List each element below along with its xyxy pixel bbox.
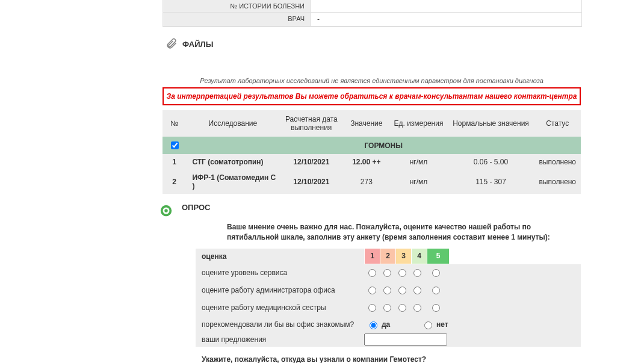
patient-info-panel: № ИСТОРИИ БОЛЕЗНИ ВРАЧ - [163, 0, 582, 27]
interpretation-notice: За интерпретацией результатов Вы можете … [163, 87, 581, 105]
survey-icon [159, 204, 173, 217]
category-checkbox[interactable] [171, 141, 179, 149]
row-num: 1 [163, 154, 186, 170]
col-date: Расчетная дата выполнения [279, 110, 343, 137]
rating-radio[interactable] [432, 269, 440, 277]
rating-3: 3 [395, 249, 411, 264]
suggestions-label: ваши предложения [196, 332, 364, 347]
recommend-no-label: нет [436, 320, 460, 329]
rating-label: оценка [196, 249, 364, 264]
row-units: нг/мл [389, 170, 447, 194]
survey-section: ОПРОС Ваше мнение очень важно для нас. П… [159, 203, 644, 363]
category-row: ГОРМОНЫ [163, 137, 581, 154]
rating-radio[interactable] [398, 287, 406, 294]
col-units: Ед. измерения [389, 110, 447, 137]
question-label: оцените работу администратора офиса [196, 283, 364, 297]
row-status: выполнено [534, 170, 581, 194]
rating-radio[interactable] [398, 304, 406, 312]
rating-radio[interactable] [368, 304, 376, 312]
row-status: выполнено [534, 154, 581, 170]
recommend-yes-label: да [382, 320, 406, 329]
col-value: Значение [343, 110, 389, 137]
rating-header-row: оценка 1 2 3 4 5 [196, 249, 581, 264]
rating-radio[interactable] [413, 287, 421, 294]
doctor-value: - [311, 13, 581, 26]
row-normal: 0.06 - 5.00 [448, 154, 534, 170]
survey-question-row: оцените уровень сервиса [196, 264, 581, 282]
files-title: ФАЙЛЫ [182, 40, 213, 49]
row-value: 12.00 ++ [343, 154, 389, 170]
source-question: Укажите, пожалуйста, откуда вы узнали о … [196, 353, 644, 363]
rating-5: 5 [427, 249, 449, 264]
row-test-name: ИФР-1 (Соматомедин С ) [186, 170, 279, 194]
rating-radio[interactable] [383, 269, 391, 277]
col-num: № [163, 110, 186, 137]
disclaimer-text: Результат лабораторных исследований не я… [163, 77, 581, 84]
suggestions-input[interactable] [364, 334, 447, 346]
doctor-label: ВРАЧ [163, 13, 311, 26]
rating-4: 4 [411, 249, 427, 264]
row-date: 12/10/2021 [279, 170, 343, 194]
rating-radio[interactable] [368, 287, 376, 294]
files-section: ФАЙЛЫ [166, 38, 644, 50]
col-normal: Нормальные значения [448, 110, 534, 137]
col-test: Исследование [186, 110, 279, 137]
question-label: оцените уровень сервиса [196, 265, 364, 280]
rating-radio[interactable] [432, 304, 440, 312]
rating-radio[interactable] [398, 269, 406, 277]
rating-radio[interactable] [383, 304, 391, 312]
rating-radio[interactable] [368, 269, 376, 277]
row-num: 2 [163, 170, 186, 194]
table-row: 2 ИФР-1 (Соматомедин С ) 12/10/2021 273 … [163, 170, 581, 194]
survey-title: ОПРОС [182, 203, 210, 212]
category-name: ГОРМОНЫ [186, 137, 581, 154]
history-number-label: № ИСТОРИИ БОЛЕЗНИ [163, 0, 311, 12]
recommend-yes-radio[interactable] [370, 321, 377, 329]
row-date: 12/10/2021 [279, 154, 343, 170]
survey-intro: Ваше мнение очень важно для нас. Пожалуй… [227, 222, 576, 243]
rating-2: 2 [380, 249, 395, 264]
row-value: 273 [343, 170, 389, 194]
rating-radio[interactable] [383, 287, 391, 294]
row-test-name: СТГ (соматотропин) [186, 154, 279, 170]
recommend-no-radio[interactable] [424, 321, 432, 329]
rating-radio[interactable] [413, 269, 421, 277]
row-normal: 115 - 307 [448, 170, 534, 194]
table-row: 1 СТГ (соматотропин) 12/10/2021 12.00 ++… [163, 154, 581, 170]
survey-question-row: оцените работу медицинской сестры [196, 299, 581, 317]
recommend-question: порекомендовали ли бы вы офис знакомым? [196, 317, 364, 332]
question-label: оцените работу медицинской сестры [196, 300, 364, 315]
paperclip-icon [166, 38, 178, 50]
col-status: Статус [534, 110, 581, 137]
results-table: № Исследование Расчетная дата выполнения… [163, 110, 581, 194]
rating-radio[interactable] [413, 304, 421, 312]
svg-point-2 [164, 209, 168, 213]
results-header-row: № Исследование Расчетная дата выполнения… [163, 110, 581, 137]
history-number-value [311, 0, 581, 12]
rating-radio[interactable] [432, 287, 440, 294]
suggestions-row: ваши предложения [196, 332, 581, 347]
rating-1: 1 [364, 249, 380, 264]
recommend-row: порекомендовали ли бы вы офис знакомым? … [196, 317, 581, 332]
survey-question-row: оцените работу администратора офиса [196, 282, 581, 299]
row-units: нг/мл [389, 154, 447, 170]
